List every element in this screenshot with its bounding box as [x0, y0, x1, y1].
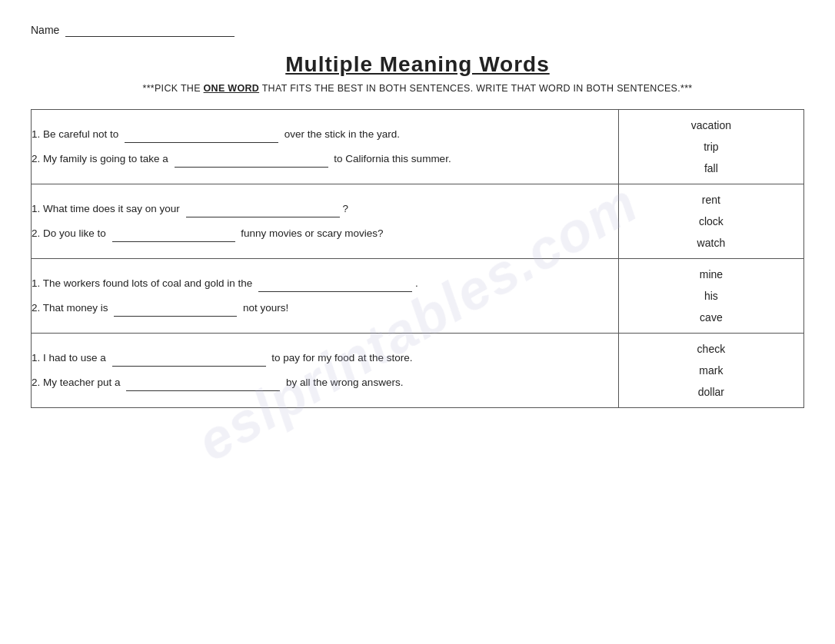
table-row: 1. Be careful not to over the stick in t…: [32, 110, 804, 184]
options-cell: vacationtripfall: [618, 110, 803, 184]
option-word: cave: [619, 311, 803, 324]
blank-field[interactable]: [186, 217, 340, 217]
option-word: his: [619, 290, 803, 302]
options-cell: minehiscave: [618, 259, 803, 334]
sentence-1: 1. What time does it say on your ?: [32, 201, 618, 217]
question-cell: 1. I had to use a to pay for my food at …: [32, 334, 619, 408]
page-title: Multiple Meaning Words: [31, 52, 804, 77]
name-label: Name: [31, 24, 59, 36]
table-row: 1. The workers found lots of coal and go…: [32, 259, 804, 334]
options-cell: rentclockwatch: [618, 184, 803, 259]
sentence-1: 1. I had to use a to pay for my food at …: [32, 350, 618, 367]
option-word: trip: [619, 141, 803, 153]
option-word: fall: [619, 162, 803, 174]
blank-field[interactable]: [126, 390, 280, 391]
sentence-2: 2. My family is going to take a to Calif…: [32, 151, 618, 168]
blank-field[interactable]: [125, 142, 278, 143]
option-word: check: [619, 343, 803, 355]
sentence-1: 1. The workers found lots of coal and go…: [32, 275, 618, 292]
emphasis-text: ONE WORD: [204, 83, 260, 94]
option-word: dollar: [619, 386, 803, 398]
blank-field[interactable]: [114, 316, 237, 317]
blank-field[interactable]: [258, 291, 412, 292]
blank-field[interactable]: [175, 167, 328, 168]
option-word: mine: [619, 268, 803, 281]
question-cell: 1. Be careful not to over the stick in t…: [32, 110, 619, 184]
table-row: 1. What time does it say on your ? 2. Do…: [32, 184, 804, 259]
name-field[interactable]: [65, 23, 235, 37]
option-word: watch: [619, 237, 803, 249]
sentence-2: 2. Do you like to funny movies or scary …: [32, 225, 618, 242]
question-cell: 1. What time does it say on your ? 2. Do…: [32, 184, 619, 259]
table-row: 1. I had to use a to pay for my food at …: [32, 334, 804, 408]
subtitle: ***PICK THE ONE WORD THAT FITS THE BEST …: [31, 83, 804, 94]
sentence-2: 2. That money is not yours!: [32, 300, 618, 317]
sentence-1: 1. Be careful not to over the stick in t…: [32, 126, 618, 143]
question-cell: 1. The workers found lots of coal and go…: [32, 259, 619, 334]
option-word: clock: [619, 215, 803, 227]
option-word: rent: [619, 194, 803, 206]
options-cell: checkmarkdollar: [618, 334, 803, 408]
sentence-2: 2. My teacher put a by all the wrong ans…: [32, 374, 618, 391]
blank-field[interactable]: [112, 366, 266, 367]
option-word: mark: [619, 364, 803, 377]
blank-field[interactable]: [112, 241, 235, 242]
worksheet-table: 1. Be careful not to over the stick in t…: [31, 109, 804, 408]
option-word: vacation: [619, 119, 803, 131]
